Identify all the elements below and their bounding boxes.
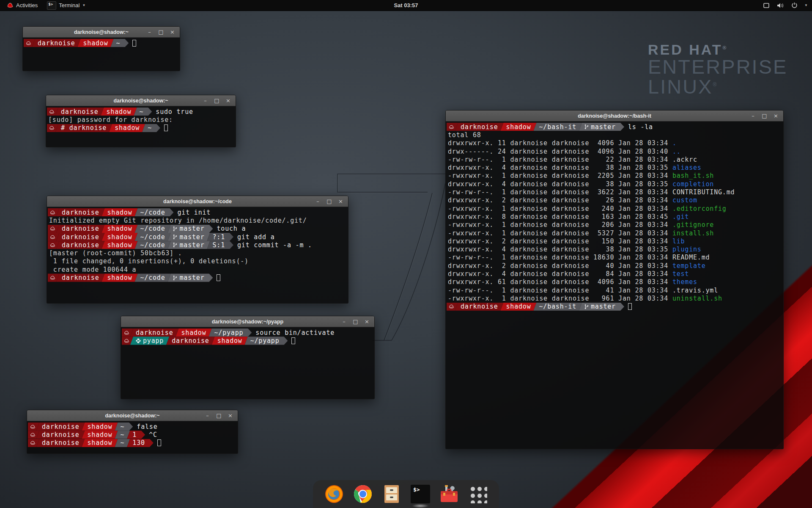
- terminal-output-line: create mode 100644 a: [48, 265, 347, 273]
- terminal-cursor: [291, 337, 295, 344]
- terminal-code-window: darknoise@shadow:~/code–□×darknoiseshado…: [47, 196, 348, 304]
- terminal-bashit-window: darknoise@shadow:~/bash-it–□×darknoisesh…: [445, 110, 784, 449]
- minimize-button[interactable]: –: [204, 412, 211, 419]
- prompt-line: darknoiseshadow~/codemaster: [48, 273, 347, 282]
- close-button[interactable]: ×: [772, 112, 779, 119]
- redhat-icon: [49, 126, 55, 130]
- focused-app-menu[interactable]: $> Terminal ▼: [44, 0, 89, 11]
- terminal-content[interactable]: darknoiseshadow~/bash-itmasterls -latota…: [446, 121, 783, 449]
- activities-button[interactable]: Activities: [3, 0, 41, 11]
- dock-files-icon[interactable]: [381, 484, 402, 504]
- prompt-segment: ~/code: [134, 273, 170, 282]
- redhat-logo-icon: [7, 3, 14, 8]
- prompt-segment: ~/bash-it: [533, 303, 582, 311]
- command-text: sudo true: [156, 108, 193, 116]
- redhat-icon: [449, 304, 454, 309]
- git-branch-icon: [173, 234, 177, 240]
- command-text: git commit -a -m .: [237, 241, 312, 249]
- dock-app-grid-icon[interactable]: [468, 484, 488, 504]
- redhat-icon: [30, 425, 36, 429]
- terminal-cursor: [157, 439, 161, 446]
- prompt-segment: darknoise: [32, 39, 80, 47]
- window-title: darknoise@shadow:~/bash-it: [446, 113, 783, 119]
- command-text: source bin/activate: [255, 329, 335, 337]
- volume-icon[interactable]: [776, 3, 785, 8]
- prompt-segment: darknoise: [56, 225, 104, 233]
- prompt-line: darknoiseshadow~130: [28, 439, 237, 447]
- prompt-line: darknoiseshadow~/codemasterS:1git commit…: [48, 241, 347, 249]
- ls-row: drwxrwxr-x. 4 darknoise darknoise 38 Jan…: [447, 180, 782, 188]
- ls-row: -rw-rw-r--. 1 darknoise darknoise 18630 …: [447, 254, 782, 262]
- maximize-button[interactable]: □: [157, 28, 165, 36]
- terminal-output-line: [master (root-commit) 50bcb63] .: [48, 249, 347, 257]
- ls-row: drwxrwxr-x. 61 darknoise darknoise 4096 …: [447, 278, 782, 286]
- maximize-button[interactable]: □: [761, 112, 768, 119]
- terminal-content[interactable]: darknoiseshadow~: [23, 38, 180, 71]
- ls-row: drwxrwxr-x. 4 darknoise darknoise 84 Jan…: [447, 270, 782, 278]
- prompt-line: darknoiseshadow~/codemaster?:1git add a: [48, 233, 347, 241]
- titlebar[interactable]: darknoise@shadow:~–□×: [27, 410, 238, 421]
- prompt-segment: 130: [127, 439, 154, 447]
- prompt-line: darknoiseshadow~/codegit init: [48, 208, 347, 216]
- prompt-segment: ~: [134, 108, 152, 116]
- minimize-button[interactable]: –: [340, 318, 348, 325]
- minimize-button[interactable]: –: [749, 112, 757, 119]
- file-name: aliases: [672, 164, 702, 171]
- desktop[interactable]: RED HAT® ENTERPRISE LINUX® darknoise@sha…: [0, 0, 812, 508]
- prompt-line: pyappdarknoiseshadow~/pyapp: [122, 337, 373, 345]
- maximize-button[interactable]: □: [326, 198, 333, 205]
- titlebar[interactable]: darknoise@shadow:~–□×: [46, 95, 236, 106]
- prompt-line: darknoiseshadow~sudo true: [47, 108, 235, 116]
- file-name: uninstall.sh: [672, 295, 722, 302]
- prompt-segment: ~: [110, 39, 129, 47]
- clock[interactable]: Sat 03:57: [394, 2, 418, 8]
- dock-chrome-icon[interactable]: [353, 484, 373, 504]
- prompt-segment: # darknoise: [55, 124, 112, 132]
- terminal-content[interactable]: darknoiseshadow~falsedarknoiseshadow~1^C…: [27, 421, 238, 453]
- prompt-segment: ~/code: [134, 208, 173, 216]
- prompt-line: darknoiseshadow~: [24, 39, 179, 47]
- minimize-button[interactable]: –: [146, 28, 153, 36]
- minimize-button[interactable]: –: [314, 198, 321, 205]
- maximize-button[interactable]: □: [215, 412, 222, 419]
- titlebar[interactable]: darknoise@shadow:~/bash-it–□×: [446, 110, 783, 121]
- close-button[interactable]: ×: [363, 318, 370, 325]
- close-button[interactable]: ×: [227, 412, 234, 419]
- ls-row: drwxrwxr-x. 8 darknoise darknoise 163 Ja…: [447, 213, 782, 221]
- dock-firefox-icon[interactable]: [324, 484, 344, 504]
- maximize-button[interactable]: □: [213, 97, 220, 104]
- maximize-button[interactable]: □: [352, 318, 359, 325]
- ls-row: -rw-rw-r--. 1 darknoise darknoise 3622 J…: [447, 188, 782, 196]
- ls-row: -rw-rw-r--. 1 darknoise darknoise 41 Jan…: [447, 286, 782, 294]
- terminal-home-top-window: darknoise@shadow:~–□×darknoiseshadow~: [22, 26, 180, 71]
- chevron-down-icon[interactable]: ▼: [804, 3, 808, 7]
- close-button[interactable]: ×: [337, 198, 344, 205]
- terminal-content[interactable]: darknoiseshadow~/pyappsource bin/activat…: [121, 327, 374, 399]
- file-name: custom: [672, 196, 697, 204]
- prompt-segment: shadow: [82, 439, 118, 447]
- screen-icon[interactable]: [763, 3, 770, 8]
- titlebar[interactable]: darknoise@shadow:~–□×: [23, 27, 180, 38]
- minimize-button[interactable]: –: [202, 97, 209, 104]
- terminal-content[interactable]: darknoiseshadow~/codegit initInitialized…: [47, 207, 348, 303]
- dock-toolbox-icon[interactable]: [439, 484, 459, 504]
- prompt-segment: darknoise: [36, 431, 85, 439]
- file-name: .gitignore: [672, 221, 714, 229]
- close-button[interactable]: ×: [225, 97, 232, 104]
- terminal-content[interactable]: darknoiseshadow~sudo true[sudo] password…: [46, 106, 236, 147]
- prompt-line: darknoiseshadow~false: [28, 422, 237, 431]
- redhat-icon: [30, 441, 36, 445]
- redhat-icon: [26, 41, 31, 45]
- dock-terminal-icon[interactable]: $>: [410, 484, 431, 504]
- prompt-segment: darknoise: [56, 208, 104, 216]
- terminal-cursor: [164, 124, 168, 131]
- prompt-segment: shadow: [102, 225, 137, 233]
- power-icon[interactable]: [791, 2, 798, 8]
- prompt-line: darknoiseshadow~/bash-itmaster: [447, 303, 782, 311]
- prompt-segment: shadow: [77, 39, 113, 47]
- prompt-segment: shadow: [82, 431, 118, 439]
- titlebar[interactable]: darknoise@shadow:~/pyapp–□×: [121, 316, 374, 327]
- titlebar[interactable]: darknoise@shadow:~/code–□×: [47, 196, 348, 207]
- close-button[interactable]: ×: [169, 28, 176, 36]
- focused-app-name: Terminal: [59, 2, 80, 8]
